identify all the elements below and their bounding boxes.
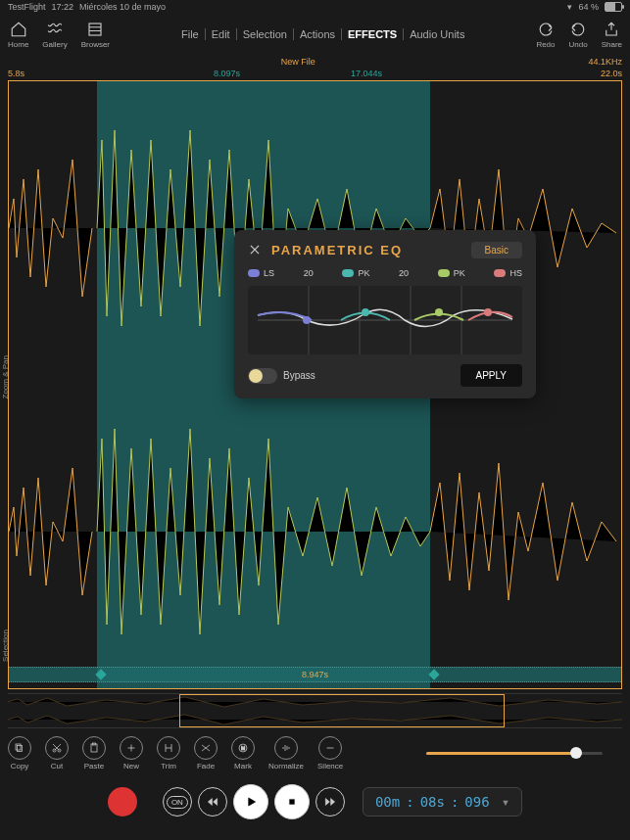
- fade-button[interactable]: Fade: [194, 736, 218, 770]
- status-app: TestFlight: [8, 2, 46, 12]
- battery-icon: [605, 2, 622, 12]
- band-hs[interactable]: HS: [494, 268, 522, 278]
- apply-button[interactable]: APPLY: [460, 364, 523, 387]
- menu-edit[interactable]: Edit: [205, 28, 236, 40]
- svg-rect-0: [89, 23, 101, 35]
- band-pk1[interactable]: PK: [342, 268, 369, 278]
- bypass-label: Bypass: [283, 370, 315, 381]
- overview-waveform[interactable]: [8, 693, 622, 728]
- close-button[interactable]: [248, 243, 262, 258]
- svg-point-8: [435, 308, 443, 316]
- transport-bar: ON 00m: 08s: 096 ▾: [0, 774, 630, 829]
- undo-icon: [569, 21, 587, 38]
- monitor-button[interactable]: ON: [163, 787, 192, 817]
- selection-time-band[interactable]: 8.947s: [9, 667, 621, 682]
- home-label: Home: [8, 40, 28, 49]
- gallery-icon: [46, 21, 64, 38]
- band-value-2: 20: [399, 268, 409, 278]
- eq-title: PARAMETRIC EQ: [271, 243, 461, 257]
- top-toolbar: Home Gallery Browser File Edit Selection…: [0, 14, 630, 55]
- timeline-ruler[interactable]: 5.8s 8.097s 17.044s 22.0s: [0, 69, 630, 78]
- copy-button[interactable]: Copy: [8, 736, 31, 770]
- trim-button[interactable]: Trim: [157, 736, 180, 770]
- menu-effects[interactable]: EFFECTS: [341, 28, 403, 40]
- status-bar: TestFlight 17:22 Miércoles 10 de mayo ▾ …: [0, 0, 630, 14]
- waveform-right-channel[interactable]: [9, 385, 621, 678]
- main-menu: File Edit Selection Actions EFFECTS Audi…: [110, 28, 536, 40]
- cut-button[interactable]: Cut: [45, 736, 69, 770]
- stop-button[interactable]: [274, 784, 310, 819]
- slider-fill: [426, 752, 576, 755]
- record-button[interactable]: [108, 787, 137, 817]
- browser-button[interactable]: Browser: [81, 21, 110, 49]
- tc-ms: 096: [464, 794, 489, 810]
- svg-rect-18: [289, 799, 295, 805]
- selection-handle-right[interactable]: [428, 669, 439, 679]
- band-pk2[interactable]: PK: [438, 268, 465, 278]
- selection-length: 8.947s: [302, 670, 328, 679]
- band-ls[interactable]: LS: [248, 268, 274, 278]
- paste-button[interactable]: Paste: [82, 736, 106, 770]
- tc-minutes: 00m: [375, 794, 400, 810]
- browser-icon: [86, 21, 104, 38]
- menu-audio-units[interactable]: Audio Units: [403, 28, 470, 40]
- zoom-slider[interactable]: [426, 752, 603, 755]
- on-icon: ON: [167, 796, 188, 809]
- menu-file[interactable]: File: [175, 28, 205, 40]
- home-icon: [10, 21, 27, 38]
- band-value-1: 20: [304, 268, 314, 278]
- timecode-display[interactable]: 00m: 08s: 096 ▾: [363, 787, 522, 817]
- redo-label: Redo: [536, 40, 555, 49]
- svg-text:M: M: [241, 745, 245, 751]
- svg-point-6: [303, 316, 311, 324]
- tools-bar: Copy Cut Paste New Trim Fade MMark Norma…: [0, 732, 630, 774]
- svg-point-7: [362, 308, 369, 316]
- eq-graph[interactable]: [248, 286, 522, 354]
- svg-point-9: [484, 308, 492, 316]
- selection-handle-left[interactable]: [95, 669, 106, 679]
- tc-seconds: 08s: [420, 794, 445, 810]
- overview-selection[interactable]: [179, 694, 505, 727]
- home-button[interactable]: Home: [8, 21, 28, 49]
- sample-rate: 44.1KHz: [588, 57, 622, 67]
- redo-icon: [537, 21, 555, 38]
- file-info-bar: New File 44.1KHz: [0, 55, 630, 69]
- menu-selection[interactable]: Selection: [236, 28, 293, 40]
- undo-label: Undo: [569, 40, 588, 49]
- toggle-icon: [248, 368, 277, 384]
- waveform-editor[interactable]: Zoom & Pan Selection 8.947s: [8, 80, 622, 689]
- battery-pct: 64 %: [578, 2, 599, 12]
- gallery-button[interactable]: Gallery: [42, 21, 67, 49]
- silence-button[interactable]: Silence: [317, 736, 343, 770]
- eq-band-row: LS 20 PK 20 PK HS: [248, 268, 522, 278]
- time-start: 5.8s: [8, 69, 24, 78]
- play-button[interactable]: [233, 784, 268, 819]
- slider-knob[interactable]: [570, 747, 582, 759]
- wifi-icon: ▾: [567, 2, 572, 12]
- share-button[interactable]: Share: [602, 21, 622, 49]
- time-sel-start: 8.097s: [214, 69, 240, 78]
- svg-rect-10: [18, 746, 23, 752]
- status-date: Miércoles 10 de mayo: [79, 2, 166, 12]
- rewind-button[interactable]: [198, 787, 227, 817]
- gallery-label: Gallery: [42, 40, 67, 49]
- normalize-button[interactable]: Normalize: [268, 736, 304, 770]
- forward-button[interactable]: [315, 787, 345, 817]
- bypass-toggle[interactable]: Bypass: [248, 368, 315, 384]
- menu-actions[interactable]: Actions: [293, 28, 341, 40]
- redo-button[interactable]: Redo: [536, 21, 555, 49]
- parametric-eq-panel: PARAMETRIC EQ Basic LS 20 PK 20 PK HS: [234, 230, 536, 398]
- svg-rect-11: [16, 744, 21, 750]
- time-end: 22.0s: [601, 69, 622, 78]
- undo-button[interactable]: Undo: [569, 21, 588, 49]
- mark-button[interactable]: MMark: [231, 736, 255, 770]
- chevron-down-icon[interactable]: ▾: [502, 794, 509, 810]
- eq-mode-basic[interactable]: Basic: [471, 242, 522, 258]
- new-button[interactable]: New: [120, 736, 143, 770]
- share-icon: [603, 21, 620, 38]
- share-label: Share: [602, 40, 622, 49]
- status-time: 17:22: [52, 2, 74, 12]
- time-sel-end: 17.044s: [351, 69, 382, 78]
- browser-label: Browser: [81, 40, 110, 49]
- file-name: New File: [281, 57, 315, 67]
